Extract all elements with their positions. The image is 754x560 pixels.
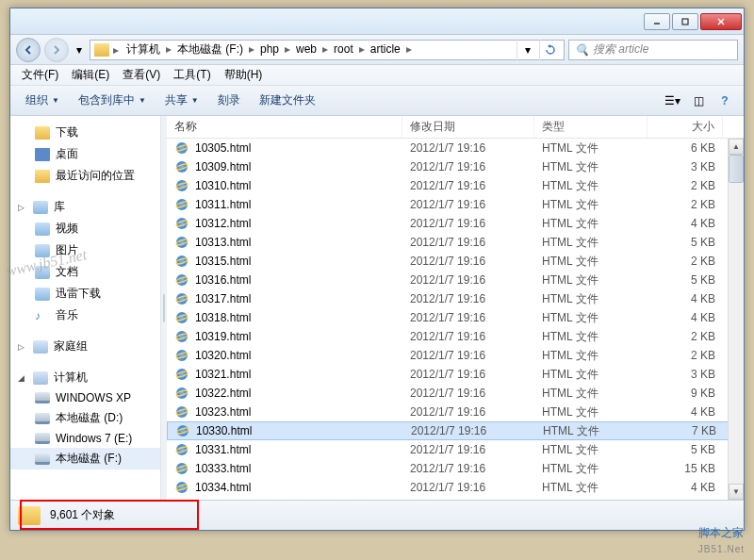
folder-icon xyxy=(35,126,50,140)
column-name[interactable]: 名称 xyxy=(167,116,402,138)
sidebar-libraries[interactable]: ▷库 xyxy=(10,196,160,218)
breadcrumb-item[interactable]: root xyxy=(330,42,357,56)
sidebar-computer[interactable]: ◢计算机 xyxy=(10,367,160,388)
sidebar-drive-f[interactable]: 本地磁盘 (F:) xyxy=(10,448,160,469)
path-dropdown[interactable]: ▾ xyxy=(516,40,537,60)
column-size[interactable]: 大小 xyxy=(647,116,723,138)
sidebar-drive-e[interactable]: Windows 7 (E:) xyxy=(10,429,160,448)
file-name: 10330.html xyxy=(168,423,403,438)
refresh-button[interactable] xyxy=(539,40,560,60)
breadcrumb-item[interactable]: article xyxy=(367,42,404,56)
sidebar-pictures[interactable]: 图片 xyxy=(10,239,160,261)
file-size: 4 KB xyxy=(647,405,723,419)
sidebar-video[interactable]: 视频 xyxy=(10,218,160,239)
organize-button[interactable]: 组织▼ xyxy=(18,89,67,112)
sidebar-recent[interactable]: 最近访问的位置 xyxy=(10,165,160,187)
sidebar-drive-d[interactable]: 本地磁盘 (D:) xyxy=(10,407,160,429)
file-row[interactable]: 10316.html2012/1/7 19:16HTML 文件5 KB xyxy=(167,271,744,289)
breadcrumb-chevron[interactable]: ▸ xyxy=(283,42,292,56)
file-name: 10319.html xyxy=(167,329,402,344)
scroll-down-button[interactable]: ▼ xyxy=(729,484,744,500)
breadcrumb-chevron[interactable]: ▸ xyxy=(357,42,367,56)
file-row[interactable]: 10310.html2012/1/7 19:16HTML 文件2 KB xyxy=(167,176,744,195)
file-name: 10310.html xyxy=(167,178,402,193)
sidebar-desktop[interactable]: 桌面 xyxy=(10,143,160,165)
sidebar-music[interactable]: ♪音乐 xyxy=(10,305,160,326)
back-button[interactable] xyxy=(16,38,41,62)
svg-point-9 xyxy=(179,164,185,170)
svg-point-51 xyxy=(180,428,186,434)
file-row[interactable]: 10331.html2012/1/7 19:16HTML 文件5 KB xyxy=(167,440,744,459)
forward-button[interactable] xyxy=(44,38,69,62)
breadcrumb-item[interactable]: 本地磁盘 (F:) xyxy=(173,42,247,56)
sidebar-drive-c[interactable]: WINDOWS XP xyxy=(10,388,160,407)
file-size: 4 KB xyxy=(647,292,723,305)
file-date: 2012/1/7 19:16 xyxy=(402,141,534,155)
search-input[interactable]: 🔍 搜索 article xyxy=(568,40,738,60)
breadcrumb-box[interactable]: ▸ 计算机▸本地磁盘 (F:)▸php▸web▸root▸article▸ ▾ xyxy=(90,40,565,60)
menu-view[interactable]: 查看(V) xyxy=(117,65,166,85)
file-size: 7 KB xyxy=(648,424,724,437)
sidebar-xunlei[interactable]: 迅雷下载 xyxy=(10,283,160,305)
vertical-scrollbar[interactable]: ▲ ▼ xyxy=(728,139,744,500)
sidebar-downloads[interactable]: 下载 xyxy=(10,122,160,143)
file-row[interactable]: 10320.html2012/1/7 19:16HTML 文件2 KB xyxy=(167,346,744,365)
file-type: HTML 文件 xyxy=(534,404,647,420)
file-row[interactable]: 10305.html2012/1/7 19:16HTML 文件6 KB xyxy=(167,139,744,157)
preview-pane-button[interactable]: ◫ xyxy=(687,90,710,112)
file-row[interactable]: 10309.html2012/1/7 19:16HTML 文件3 KB xyxy=(167,157,744,176)
burn-button[interactable]: 刻录 xyxy=(210,89,248,112)
file-row[interactable]: 10318.html2012/1/7 19:16HTML 文件4 KB xyxy=(167,308,744,327)
file-row[interactable]: 10333.html2012/1/7 19:16HTML 文件15 KB xyxy=(167,459,744,478)
new-folder-button[interactable]: 新建文件夹 xyxy=(252,89,323,112)
svg-point-48 xyxy=(179,409,185,415)
sidebar-homegroup[interactable]: ▷家庭组 xyxy=(10,336,160,357)
view-options-button[interactable]: ☰ ▾ xyxy=(661,90,683,112)
breadcrumb-chevron[interactable]: ▸ xyxy=(164,42,173,56)
file-name: 10331.html xyxy=(167,442,402,457)
column-type[interactable]: 类型 xyxy=(534,116,647,138)
file-row[interactable]: 10311.html2012/1/7 19:16HTML 文件2 KB xyxy=(167,195,744,214)
file-type: HTML 文件 xyxy=(534,461,647,477)
file-name: 10323.html xyxy=(167,404,402,420)
menu-edit[interactable]: 编辑(E) xyxy=(66,65,115,85)
scroll-up-button[interactable]: ▲ xyxy=(729,139,744,155)
breadcrumb-item[interactable]: php xyxy=(256,42,283,56)
sidebar-documents[interactable]: 文档 xyxy=(10,261,160,283)
file-type: HTML 文件 xyxy=(534,348,647,364)
file-row[interactable]: 10313.html2012/1/7 19:16HTML 文件5 KB xyxy=(167,233,744,252)
menu-help[interactable]: 帮助(H) xyxy=(219,65,269,85)
file-row[interactable]: 10315.html2012/1/7 19:16HTML 文件2 KB xyxy=(167,252,744,271)
file-list[interactable]: 10305.html2012/1/7 19:16HTML 文件6 KB10309… xyxy=(167,139,744,500)
breadcrumb-item[interactable]: 计算机 xyxy=(123,42,164,56)
column-date[interactable]: 修改日期 xyxy=(402,116,534,138)
file-row[interactable]: 10330.html2012/1/7 19:16HTML 文件7 KB xyxy=(167,421,744,440)
navigation-pane[interactable]: 下载 桌面 最近访问的位置 ▷库 视频 图片 文档 迅雷下载 ♪音乐 ▷家庭组 … xyxy=(10,116,161,500)
file-name: 10317.html xyxy=(167,291,402,306)
file-row[interactable]: 10317.html2012/1/7 19:16HTML 文件4 KB xyxy=(167,289,744,308)
file-name: 10309.html xyxy=(167,159,402,174)
homegroup-icon xyxy=(33,340,48,354)
search-icon: 🔍 xyxy=(575,43,589,57)
file-row[interactable]: 10322.html2012/1/7 19:16HTML 文件9 KB xyxy=(167,384,744,403)
include-in-library-button[interactable]: 包含到库中▼ xyxy=(71,89,154,112)
breadcrumb-chevron[interactable]: ▸ xyxy=(320,42,330,56)
download-icon xyxy=(35,288,50,301)
close-button[interactable] xyxy=(700,13,742,30)
file-row[interactable]: 10312.html2012/1/7 19:16HTML 文件4 KB xyxy=(167,214,744,233)
file-row[interactable]: 10321.html2012/1/7 19:16HTML 文件3 KB xyxy=(167,365,744,384)
breadcrumb-chevron[interactable]: ▸ xyxy=(404,42,414,56)
file-row[interactable]: 10319.html2012/1/7 19:16HTML 文件2 KB xyxy=(167,327,744,346)
breadcrumb-chevron[interactable]: ▸ xyxy=(247,42,256,56)
minimize-button[interactable] xyxy=(644,13,670,30)
help-button[interactable]: ? xyxy=(713,90,736,112)
history-dropdown[interactable]: ▾ xyxy=(73,40,86,60)
menu-tools[interactable]: 工具(T) xyxy=(168,65,216,85)
maximize-button[interactable] xyxy=(672,13,698,30)
breadcrumb-item[interactable]: web xyxy=(292,42,320,56)
share-button[interactable]: 共享▼ xyxy=(157,89,206,112)
file-row[interactable]: 10323.html2012/1/7 19:16HTML 文件4 KB xyxy=(167,403,744,421)
file-row[interactable]: 10334.html2012/1/7 19:16HTML 文件4 KB xyxy=(167,478,744,497)
menu-file[interactable]: 文件(F) xyxy=(16,65,64,85)
scroll-thumb[interactable] xyxy=(729,155,744,183)
